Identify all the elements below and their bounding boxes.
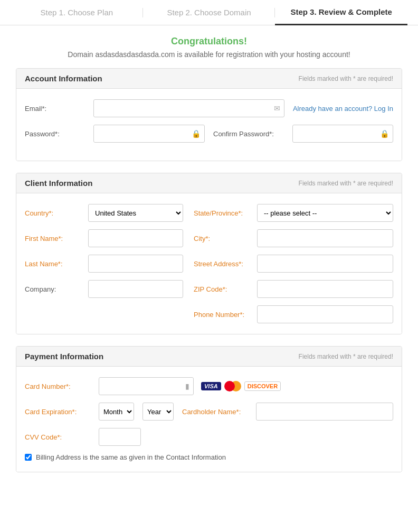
congrats-message: Domain asdasdasdasdasda.com is available… <box>16 50 402 59</box>
cvv-input[interactable] <box>99 428 141 446</box>
client-required-note: Fields marked with * are required! <box>299 180 393 187</box>
password-label: Password*: <box>25 130 93 138</box>
email-input-wrapper: ✉ <box>93 99 284 117</box>
mastercard-icon <box>224 380 241 393</box>
account-section-body: Email*: ✉ Already have an account? Log I… <box>16 89 402 161</box>
billing-row: Billing Address is the same as given in … <box>25 453 393 461</box>
lastname-street-row: Last Name*: Street Address*: <box>25 255 393 273</box>
street-label: Street Address*: <box>194 260 257 268</box>
phone-row: Phone Number*: <box>25 305 393 323</box>
step2[interactable]: Step 2. Choose Domain <box>143 1 276 24</box>
visa-icon: VISA <box>201 380 221 393</box>
client-section-header: Client Information Fields marked with * … <box>16 173 402 193</box>
billing-text: Billing Address is the same as given in … <box>36 453 226 461</box>
cardholder-input[interactable] <box>256 403 393 421</box>
company-input[interactable] <box>88 280 183 298</box>
cardnumber-input-wrapper: ▮ <box>99 377 194 395</box>
account-section: Account Information Fields marked with *… <box>16 68 402 161</box>
email-icon: ✉ <box>274 104 280 113</box>
account-required-note: Fields marked with * are required! <box>299 75 393 82</box>
payment-section-header: Payment Information Fields marked with *… <box>16 347 402 367</box>
month-select[interactable]: Month 010203 040506 070809 101112 <box>99 403 134 421</box>
client-section-title: Client Information <box>25 179 92 188</box>
confirm-password-col: Confirm Password*: 🔒 <box>213 125 393 143</box>
congrats-title: Congratulations! <box>16 36 402 47</box>
password-row: Password*: 🔒 Confirm Password*: 🔒 <box>25 125 393 143</box>
cvv-label: CVV Code*: <box>25 433 99 441</box>
cardnumber-input[interactable] <box>99 377 194 395</box>
state-label: State/Province*: <box>194 209 257 217</box>
client-section-body: Country*: United States Canada United Ki… <box>16 193 402 334</box>
payment-section: Payment Information Fields marked with *… <box>16 346 402 472</box>
company-zip-row: Company: ZIP Code*: <box>25 280 393 298</box>
card-icon: ▮ <box>185 382 189 390</box>
zip-input[interactable] <box>257 280 393 298</box>
password-input[interactable] <box>93 125 205 143</box>
country-label: Country*: <box>25 209 88 217</box>
email-label: Email*: <box>25 105 93 113</box>
phone-input[interactable] <box>257 305 393 323</box>
city-input[interactable] <box>257 229 393 247</box>
expiry-cardholder-row: Card Expiration*: Month 010203 040506 07… <box>25 403 393 421</box>
client-section: Client Information Fields marked with * … <box>16 173 402 334</box>
city-label: City*: <box>194 235 257 242</box>
congrats-block: Congratulations! Domain asdasdasdasdasda… <box>16 36 402 59</box>
discover-icon: DISCOVER <box>244 380 281 393</box>
cardnumber-label: Card Number*: <box>25 382 99 390</box>
cardholder-label: Cardholder Name*: <box>182 408 256 416</box>
year-select[interactable]: Year 202420252026 202720282029 2030 <box>142 403 174 421</box>
zip-label: ZIP Code*: <box>194 285 257 293</box>
step1[interactable]: Step 1. Choose Plan <box>11 1 143 24</box>
firstname-label: First Name*: <box>25 235 88 242</box>
email-input[interactable] <box>93 99 284 117</box>
street-input[interactable] <box>257 255 393 273</box>
company-label: Company: <box>25 285 88 293</box>
email-row: Email*: ✉ Already have an account? Log I… <box>25 99 393 117</box>
password-icon: 🔒 <box>192 129 201 138</box>
payment-section-body: Card Number*: ▮ VISA DISCOVER <box>16 367 402 472</box>
main-content: Congratulations! Domain asdasdasdasdasda… <box>0 25 418 494</box>
confirm-password-input-wrapper: 🔒 <box>292 125 393 143</box>
email-col: Email*: ✉ <box>25 99 284 117</box>
cvv-row: CVV Code*: <box>25 428 393 446</box>
state-select[interactable]: -- please select -- Alabama Alaska Arizo… <box>257 204 393 222</box>
password-col: Password*: 🔒 <box>25 125 205 143</box>
step3[interactable]: Step 3. Review & Complete <box>275 0 407 25</box>
payment-section-title: Payment Information <box>25 352 103 361</box>
account-section-title: Account Information <box>25 74 102 83</box>
confirm-password-input[interactable] <box>292 125 393 143</box>
firstname-input[interactable] <box>88 229 183 247</box>
payment-required-note: Fields marked with * are required! <box>299 353 393 360</box>
card-icons: VISA DISCOVER <box>201 380 281 393</box>
billing-checkbox[interactable] <box>25 454 32 461</box>
phone-label: Phone Number*: <box>194 311 257 319</box>
cardnumber-row: Card Number*: ▮ VISA DISCOVER <box>25 377 393 395</box>
country-select[interactable]: United States Canada United Kingdom Aust… <box>88 204 183 222</box>
expiry-selects: Month 010203 040506 070809 101112 Year 2… <box>99 403 177 421</box>
firstname-city-row: First Name*: City*: <box>25 229 393 247</box>
login-link[interactable]: Already have an account? Log In <box>293 105 393 113</box>
confirm-password-label: Confirm Password*: <box>213 130 292 138</box>
expiry-label: Card Expiration*: <box>25 408 99 416</box>
lastname-input[interactable] <box>88 255 183 273</box>
steps-header: Step 1. Choose Plan Step 2. Choose Domai… <box>0 0 418 25</box>
country-state-row: Country*: United States Canada United Ki… <box>25 204 393 222</box>
confirm-password-icon: 🔒 <box>380 129 389 138</box>
account-section-header: Account Information Fields marked with *… <box>16 69 402 89</box>
lastname-label: Last Name*: <box>25 260 88 268</box>
password-input-wrapper: 🔒 <box>93 125 205 143</box>
